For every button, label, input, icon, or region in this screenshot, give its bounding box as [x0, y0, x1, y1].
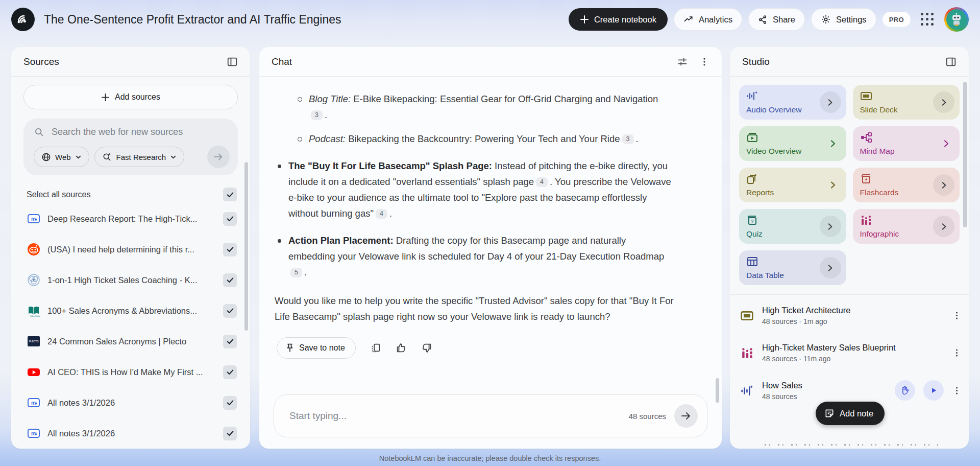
- check-icon: [226, 307, 234, 315]
- chevron-right-icon[interactable]: [933, 91, 954, 113]
- check-icon: [226, 399, 234, 407]
- chevron-down-icon: [170, 154, 177, 160]
- chat-bullet: The "Buy It For Life Basecamp" Splash Pa…: [275, 158, 674, 221]
- divider: [730, 294, 969, 295]
- note-more-icon[interactable]: [952, 348, 962, 358]
- trending-up-icon: [683, 14, 694, 25]
- citation-chip[interactable]: 4: [376, 209, 387, 219]
- web-circles-icon: [27, 273, 40, 287]
- tile-video-overview[interactable]: Video Overview: [739, 126, 846, 161]
- save-to-note-button[interactable]: Save to note: [277, 337, 356, 359]
- add-note-button[interactable]: Add note: [816, 402, 885, 425]
- gear-icon: [821, 14, 831, 25]
- tile-quiz[interactable]: ? Quiz: [739, 209, 846, 244]
- studio-scrollbar[interactable]: [963, 82, 967, 227]
- chevron-down-icon: [75, 154, 82, 160]
- source-row[interactable]: m All notes 3/1/2026: [20, 387, 241, 418]
- chevron-right-icon[interactable]: [933, 174, 954, 196]
- arrow-right-icon: [213, 151, 224, 162]
- chevron-right-icon[interactable]: [933, 216, 954, 237]
- web-filter-dropdown[interactable]: Web: [34, 147, 89, 167]
- chat-input[interactable]: [289, 410, 629, 422]
- sources-scrollbar[interactable]: [244, 162, 248, 331]
- check-icon: [226, 245, 234, 253]
- source-checkbox[interactable]: [223, 212, 237, 226]
- tile-data-table[interactable]: Data Table: [739, 250, 846, 285]
- thumbs-up-icon[interactable]: [396, 342, 407, 354]
- google-apps-grid-icon[interactable]: [921, 13, 934, 26]
- source-row[interactable]: m All notes 3/1/2026: [20, 418, 241, 449]
- pro-badge: PRO: [883, 12, 911, 27]
- video-overview-icon: [746, 132, 758, 143]
- plus-icon: [101, 93, 110, 102]
- sources-count: 48 sources: [629, 412, 666, 421]
- source-checkbox[interactable]: [223, 243, 237, 257]
- chat-settings-icon[interactable]: [677, 56, 688, 67]
- interactive-mode-hand-icon[interactable]: [895, 380, 915, 401]
- tile-flashcards[interactable]: Flashcards: [853, 168, 960, 202]
- chevron-right-icon[interactable]: [829, 139, 837, 148]
- source-checkbox[interactable]: [223, 365, 237, 379]
- source-checkbox[interactable]: [223, 304, 237, 318]
- thumbs-down-icon[interactable]: [421, 342, 432, 354]
- chevron-right-icon[interactable]: [829, 181, 837, 189]
- source-checkbox[interactable]: [223, 427, 237, 440]
- add-sources-button[interactable]: Add sources: [23, 85, 238, 109]
- studio-panel: Studio Audio Overview Slide Deck Video O…: [730, 47, 969, 449]
- research-sparkle-icon: [102, 152, 112, 162]
- avatar[interactable]: [944, 7, 969, 32]
- chevron-right-icon[interactable]: [820, 91, 841, 113]
- source-row[interactable]: Sales Playbook 100+ Sales Acronyms & Abb…: [20, 295, 241, 326]
- select-all-checkbox[interactable]: [223, 188, 237, 201]
- collapse-sources-panel-icon[interactable]: [227, 56, 238, 67]
- plus-icon: [580, 15, 589, 24]
- source-checkbox[interactable]: [223, 335, 237, 348]
- chat-more-icon[interactable]: [699, 57, 709, 67]
- infographic-icon: [740, 347, 754, 359]
- tile-audio-overview[interactable]: Audio Overview: [739, 85, 846, 120]
- create-notebook-button[interactable]: Create notebook: [569, 8, 668, 31]
- svg-text:?: ?: [751, 219, 753, 224]
- search-submit-button[interactable]: [207, 146, 230, 168]
- select-all-row: Select all sources: [20, 183, 241, 203]
- source-row[interactable]: m Deep Research Report: The High-Tick...: [20, 203, 241, 234]
- share-button[interactable]: Share: [748, 8, 805, 31]
- slide-deck-icon: [740, 310, 754, 322]
- tile-mind-map[interactable]: Mind Map: [853, 126, 960, 161]
- chat-subbullet: Blog Title: E-Bike Bikepacking: Essentia…: [295, 91, 674, 123]
- source-row[interactable]: PLECTO 24 Common Sales Acronyms | Plecto: [20, 326, 241, 357]
- note-row[interactable]: High Ticket Architecture 48 sources · 1m…: [730, 297, 969, 334]
- collapse-studio-panel-icon[interactable]: [945, 56, 957, 67]
- tile-infographic[interactable]: Infographic: [853, 209, 960, 244]
- analytics-button[interactable]: Analytics: [674, 8, 742, 31]
- note-more-icon[interactable]: [952, 311, 962, 320]
- chevron-right-icon[interactable]: [820, 216, 841, 237]
- tile-slide-deck[interactable]: Slide Deck: [853, 85, 960, 120]
- studio-title: Studio: [742, 56, 770, 67]
- tile-reports[interactable]: Reports: [739, 168, 846, 202]
- chevron-right-icon[interactable]: [820, 257, 841, 278]
- chevron-right-icon[interactable]: [942, 139, 950, 148]
- note-more-icon[interactable]: [952, 386, 962, 395]
- citation-chip[interactable]: 3: [311, 110, 323, 120]
- source-row[interactable]: (USA) I need help determining if this r.…: [20, 234, 241, 265]
- citation-chip[interactable]: 3: [622, 134, 634, 144]
- chat-scrollbar[interactable]: [716, 378, 719, 403]
- note-row[interactable]: High-Ticket Mastery Sales Blueprint 48 s…: [730, 334, 969, 371]
- source-row[interactable]: AI CEO: THIS is How I'd Make My First ..…: [20, 357, 241, 387]
- notebooklm-logo-icon[interactable]: [11, 8, 35, 31]
- source-row[interactable]: 1-on-1 High Ticket Sales Coaching - K...: [20, 265, 241, 295]
- send-button[interactable]: [674, 404, 698, 428]
- web-search-box: Web Fast Research: [23, 119, 238, 175]
- source-checkbox[interactable]: [223, 396, 237, 410]
- citation-chip[interactable]: 5: [290, 268, 302, 277]
- doc-icon: m: [27, 212, 40, 226]
- source-checkbox[interactable]: [223, 273, 237, 287]
- play-icon[interactable]: [923, 380, 944, 401]
- search-input[interactable]: [52, 127, 230, 137]
- quiz-icon: ?: [746, 215, 758, 226]
- settings-button[interactable]: Settings: [811, 8, 876, 31]
- copy-icon[interactable]: [370, 342, 381, 354]
- citation-chip[interactable]: 4: [536, 177, 548, 187]
- research-mode-dropdown[interactable]: Fast Research: [94, 147, 185, 167]
